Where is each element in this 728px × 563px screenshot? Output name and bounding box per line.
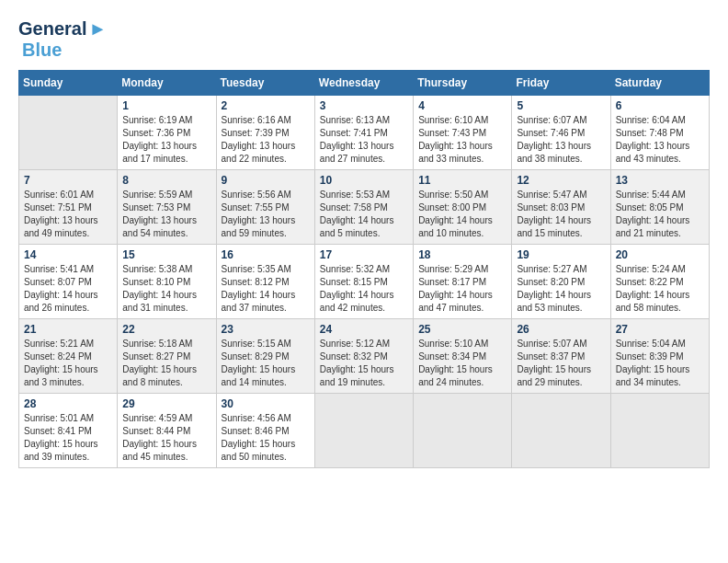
calendar-cell: 14 Sunrise: 5:41 AMSunset: 8:07 PMDaylig… — [19, 245, 118, 319]
day-number: 9 — [222, 174, 310, 187]
day-info: Sunrise: 5:29 AMSunset: 8:17 PMDaylight:… — [418, 263, 506, 315]
day-number: 2 — [222, 99, 310, 112]
calendar-cell: 17 Sunrise: 5:32 AMSunset: 8:15 PMDaylig… — [314, 245, 413, 319]
calendar-cell: 1 Sunrise: 6:19 AMSunset: 7:36 PMDayligh… — [118, 96, 216, 170]
calendar-cell — [314, 394, 413, 468]
calendar-table: SundayMondayTuesdayWednesdayThursdayFrid… — [18, 70, 710, 468]
day-number: 4 — [418, 99, 506, 112]
day-number: 24 — [320, 323, 408, 336]
calendar-cell: 21 Sunrise: 5:21 AMSunset: 8:24 PMDaylig… — [19, 319, 118, 394]
calendar-cell: 2 Sunrise: 6:16 AMSunset: 7:39 PMDayligh… — [216, 96, 314, 170]
day-number: 1 — [122, 99, 210, 112]
day-number: 21 — [24, 323, 112, 336]
day-info: Sunrise: 4:56 AMSunset: 8:46 PMDaylight:… — [222, 412, 310, 464]
day-info: Sunrise: 5:10 AMSunset: 8:34 PMDaylight:… — [418, 338, 506, 389]
calendar-cell: 10 Sunrise: 5:53 AMSunset: 7:58 PMDaylig… — [314, 170, 413, 245]
day-info: Sunrise: 5:47 AMSunset: 8:03 PMDaylight:… — [517, 189, 605, 240]
day-info: Sunrise: 6:16 AMSunset: 7:39 PMDaylight:… — [222, 114, 310, 166]
header-friday: Friday — [512, 71, 610, 96]
logo-text-general: General — [18, 18, 86, 40]
header-monday: Monday — [118, 71, 216, 96]
day-info: Sunrise: 4:59 AMSunset: 8:44 PMDaylight:… — [122, 412, 210, 464]
logo-text-blue: Blue — [22, 40, 62, 61]
calendar-cell: 16 Sunrise: 5:35 AMSunset: 8:12 PMDaylig… — [216, 245, 314, 319]
day-info: Sunrise: 5:44 AMSunset: 8:05 PMDaylight:… — [616, 189, 704, 240]
day-info: Sunrise: 5:21 AMSunset: 8:24 PMDaylight:… — [24, 338, 112, 389]
day-info: Sunrise: 5:07 AMSunset: 8:37 PMDaylight:… — [517, 338, 605, 389]
day-number: 12 — [517, 174, 605, 187]
calendar-cell: 9 Sunrise: 5:56 AMSunset: 7:55 PMDayligh… — [216, 170, 314, 245]
calendar-cell: 24 Sunrise: 5:12 AMSunset: 8:32 PMDaylig… — [314, 319, 413, 394]
calendar-cell: 6 Sunrise: 6:04 AMSunset: 7:48 PMDayligh… — [610, 96, 709, 170]
calendar-week-3: 14 Sunrise: 5:41 AMSunset: 8:07 PMDaylig… — [19, 245, 710, 319]
day-info: Sunrise: 5:32 AMSunset: 8:15 PMDaylight:… — [320, 263, 408, 315]
calendar-cell: 11 Sunrise: 5:50 AMSunset: 8:00 PMDaylig… — [414, 170, 512, 245]
header-thursday: Thursday — [414, 71, 512, 96]
calendar-cell: 29 Sunrise: 4:59 AMSunset: 8:44 PMDaylig… — [118, 394, 216, 468]
day-info: Sunrise: 6:13 AMSunset: 7:41 PMDaylight:… — [320, 114, 408, 166]
header-tuesday: Tuesday — [216, 71, 314, 96]
day-info: Sunrise: 5:04 AMSunset: 8:39 PMDaylight:… — [616, 338, 704, 389]
day-info: Sunrise: 5:01 AMSunset: 8:41 PMDaylight:… — [24, 412, 112, 464]
calendar-cell: 22 Sunrise: 5:18 AMSunset: 8:27 PMDaylig… — [118, 319, 216, 394]
day-number: 5 — [517, 99, 605, 112]
calendar-cell: 27 Sunrise: 5:04 AMSunset: 8:39 PMDaylig… — [610, 319, 709, 394]
day-number: 7 — [24, 174, 112, 187]
calendar-cell: 28 Sunrise: 5:01 AMSunset: 8:41 PMDaylig… — [19, 394, 118, 468]
day-number: 20 — [616, 248, 704, 261]
day-number: 15 — [122, 248, 210, 261]
day-number: 23 — [222, 323, 310, 336]
day-info: Sunrise: 5:18 AMSunset: 8:27 PMDaylight:… — [122, 338, 210, 389]
calendar-week-4: 21 Sunrise: 5:21 AMSunset: 8:24 PMDaylig… — [19, 319, 710, 394]
day-number: 10 — [320, 174, 408, 187]
header-sunday: Sunday — [19, 71, 118, 96]
day-info: Sunrise: 5:59 AMSunset: 7:53 PMDaylight:… — [122, 189, 210, 240]
calendar-cell: 13 Sunrise: 5:44 AMSunset: 8:05 PMDaylig… — [610, 170, 709, 245]
calendar-week-2: 7 Sunrise: 6:01 AMSunset: 7:51 PMDayligh… — [19, 170, 710, 245]
day-number: 11 — [418, 174, 506, 187]
header-saturday: Saturday — [610, 71, 709, 96]
day-info: Sunrise: 5:50 AMSunset: 8:00 PMDaylight:… — [418, 189, 506, 240]
calendar-cell — [414, 394, 512, 468]
calendar-cell: 8 Sunrise: 5:59 AMSunset: 7:53 PMDayligh… — [118, 170, 216, 245]
day-number: 18 — [418, 248, 506, 261]
calendar-cell: 3 Sunrise: 6:13 AMSunset: 7:41 PMDayligh… — [314, 96, 413, 170]
calendar-cell — [512, 394, 610, 468]
day-number: 13 — [616, 174, 704, 187]
day-number: 8 — [122, 174, 210, 187]
day-number: 6 — [616, 99, 704, 112]
day-number: 19 — [517, 248, 605, 261]
calendar-cell: 23 Sunrise: 5:15 AMSunset: 8:29 PMDaylig… — [216, 319, 314, 394]
day-info: Sunrise: 5:53 AMSunset: 7:58 PMDaylight:… — [320, 189, 408, 240]
calendar-cell: 26 Sunrise: 5:07 AMSunset: 8:37 PMDaylig… — [512, 319, 610, 394]
calendar-cell: 7 Sunrise: 6:01 AMSunset: 7:51 PMDayligh… — [19, 170, 118, 245]
day-number: 14 — [24, 248, 112, 261]
calendar-week-5: 28 Sunrise: 5:01 AMSunset: 8:41 PMDaylig… — [19, 394, 710, 468]
day-info: Sunrise: 5:38 AMSunset: 8:10 PMDaylight:… — [122, 263, 210, 315]
day-info: Sunrise: 6:10 AMSunset: 7:43 PMDaylight:… — [418, 114, 506, 166]
calendar-cell: 20 Sunrise: 5:24 AMSunset: 8:22 PMDaylig… — [610, 245, 709, 319]
day-number: 28 — [24, 397, 112, 410]
day-info: Sunrise: 5:12 AMSunset: 8:32 PMDaylight:… — [320, 338, 408, 389]
calendar-cell: 12 Sunrise: 5:47 AMSunset: 8:03 PMDaylig… — [512, 170, 610, 245]
day-info: Sunrise: 5:35 AMSunset: 8:12 PMDaylight:… — [222, 263, 310, 315]
calendar-cell: 19 Sunrise: 5:27 AMSunset: 8:20 PMDaylig… — [512, 245, 610, 319]
calendar-cell: 4 Sunrise: 6:10 AMSunset: 7:43 PMDayligh… — [414, 96, 512, 170]
day-number: 22 — [122, 323, 210, 336]
calendar-cell: 18 Sunrise: 5:29 AMSunset: 8:17 PMDaylig… — [414, 245, 512, 319]
page-header: General ► Blue — [18, 18, 710, 61]
day-info: Sunrise: 5:24 AMSunset: 8:22 PMDaylight:… — [616, 263, 704, 315]
header-wednesday: Wednesday — [314, 71, 413, 96]
day-info: Sunrise: 6:19 AMSunset: 7:36 PMDaylight:… — [122, 114, 210, 166]
calendar-cell: 25 Sunrise: 5:10 AMSunset: 8:34 PMDaylig… — [414, 319, 512, 394]
day-number: 27 — [616, 323, 704, 336]
day-info: Sunrise: 5:27 AMSunset: 8:20 PMDaylight:… — [517, 263, 605, 315]
day-info: Sunrise: 6:04 AMSunset: 7:48 PMDaylight:… — [616, 114, 704, 166]
day-number: 29 — [122, 397, 210, 410]
day-number: 30 — [222, 397, 310, 410]
day-number: 3 — [320, 99, 408, 112]
logo: General ► Blue — [18, 18, 107, 61]
calendar-header-row: SundayMondayTuesdayWednesdayThursdayFrid… — [19, 71, 710, 96]
day-info: Sunrise: 6:01 AMSunset: 7:51 PMDaylight:… — [24, 189, 112, 240]
day-number: 26 — [517, 323, 605, 336]
